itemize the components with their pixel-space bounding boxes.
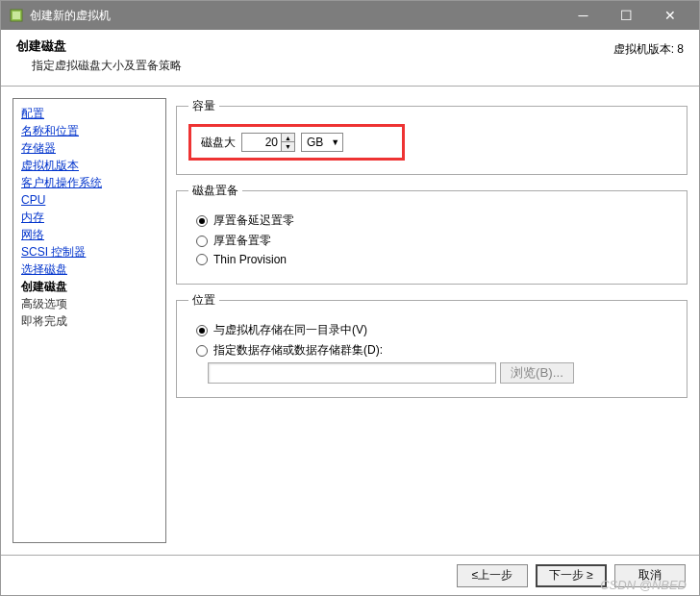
dialog-footer: ≤上一步 下一步 ≥ 取消 <box>1 555 699 595</box>
datastore-path-input <box>208 362 496 384</box>
location-group: 位置 与虚拟机存储在同一目录中(V) 指定数据存储或数据存储群集(D): 浏览(… <box>176 292 688 398</box>
radio-label: 厚置备置零 <box>213 233 271 249</box>
create-vm-dialog: 创建新的虚拟机 ─ ☐ ✕ 创建磁盘 指定虚拟磁盘大小及置备策略 虚拟机版本: … <box>0 0 700 596</box>
maximize-button[interactable]: ☐ <box>605 1 648 30</box>
sidebar-step-config[interactable]: 配置 <box>21 105 158 122</box>
close-button[interactable]: ✕ <box>648 1 691 30</box>
sidebar-step-cpu[interactable]: CPU <box>21 191 158 209</box>
location-legend: 位置 <box>188 292 219 309</box>
capacity-highlight-box: 磁盘大 ▲ ▼ GB ▼ <box>188 124 405 161</box>
disk-size-input[interactable] <box>242 134 281 151</box>
disk-size-unit-select[interactable]: GB ▼ <box>301 133 343 152</box>
sidebar-step-create-disk: 创建磁盘 <box>21 278 158 295</box>
provisioning-legend: 磁盘置备 <box>188 183 242 199</box>
sidebar-step-advanced: 高级选项 <box>21 295 158 312</box>
spinner-down-icon[interactable]: ▼ <box>282 142 294 151</box>
sidebar-step-storage[interactable]: 存储器 <box>21 139 158 157</box>
location-specify-datastore[interactable]: 指定数据存储或数据存储群集(D): <box>196 342 675 359</box>
unit-value: GB <box>307 136 323 149</box>
disk-size-label: 磁盘大 <box>201 135 236 151</box>
provisioning-group: 磁盘置备 厚置备延迟置零 厚置备置零 Thin Provision <box>176 183 688 285</box>
chevron-down-icon: ▼ <box>331 137 339 147</box>
radio-icon <box>196 215 208 227</box>
radio-label: 厚置备延迟置零 <box>213 212 294 229</box>
sidebar-step-memory[interactable]: 内存 <box>21 209 158 226</box>
window-controls: ─ ☐ ✕ <box>562 1 691 30</box>
radio-icon <box>196 236 208 247</box>
provision-option-thick-eager[interactable]: 厚置备置零 <box>196 233 675 249</box>
titlebar: 创建新的虚拟机 ─ ☐ ✕ <box>1 1 699 30</box>
sidebar-step-ready: 即将完成 <box>21 312 158 330</box>
back-button[interactable]: ≤上一步 <box>457 564 528 587</box>
page-title: 创建磁盘 <box>16 37 613 55</box>
spinner-up-icon[interactable]: ▲ <box>282 134 294 142</box>
disk-size-spinner[interactable]: ▲ ▼ <box>241 133 295 152</box>
cancel-button[interactable]: 取消 <box>614 564 686 587</box>
browse-button: 浏览(B)... <box>500 362 574 384</box>
svg-rect-1 <box>12 12 20 19</box>
sidebar-step-vm-version[interactable]: 虚拟机版本 <box>21 157 158 174</box>
minimize-button[interactable]: ─ <box>562 1 605 30</box>
sidebar-step-scsi[interactable]: SCSI 控制器 <box>21 243 158 261</box>
radio-icon <box>196 345 208 357</box>
provision-option-thin[interactable]: Thin Provision <box>196 253 675 266</box>
radio-label: Thin Provision <box>213 253 287 266</box>
next-button[interactable]: 下一步 ≥ <box>536 564 607 587</box>
sidebar-step-name-location[interactable]: 名称和位置 <box>21 122 158 139</box>
radio-icon <box>196 254 208 265</box>
wizard-steps-sidebar: 配置 名称和位置 存储器 虚拟机版本 客户机操作系统 CPU 内存 网络 SCS… <box>12 98 166 543</box>
sidebar-step-select-disk[interactable]: 选择磁盘 <box>21 261 158 278</box>
sidebar-step-network[interactable]: 网络 <box>21 226 158 243</box>
radio-label: 与虚拟机存储在同一目录中(V) <box>213 322 367 338</box>
location-same-as-vm[interactable]: 与虚拟机存储在同一目录中(V) <box>196 322 675 338</box>
sidebar-step-guest-os[interactable]: 客户机操作系统 <box>21 174 158 191</box>
dialog-header: 创建磁盘 指定虚拟磁盘大小及置备策略 虚拟机版本: 8 <box>1 30 699 87</box>
window-title: 创建新的虚拟机 <box>30 8 562 24</box>
capacity-group: 容量 磁盘大 ▲ ▼ GB ▼ <box>176 98 688 175</box>
page-subtitle: 指定虚拟磁盘大小及置备策略 <box>32 58 613 74</box>
vm-version-label: 虚拟机版本: 8 <box>613 37 684 58</box>
radio-label: 指定数据存储或数据存储群集(D): <box>213 342 383 359</box>
provision-option-thick-lazy[interactable]: 厚置备延迟置零 <box>196 212 675 229</box>
radio-icon <box>196 325 208 336</box>
main-panel: 容量 磁盘大 ▲ ▼ GB ▼ <box>176 98 688 543</box>
app-icon <box>9 8 24 23</box>
capacity-legend: 容量 <box>188 98 219 114</box>
